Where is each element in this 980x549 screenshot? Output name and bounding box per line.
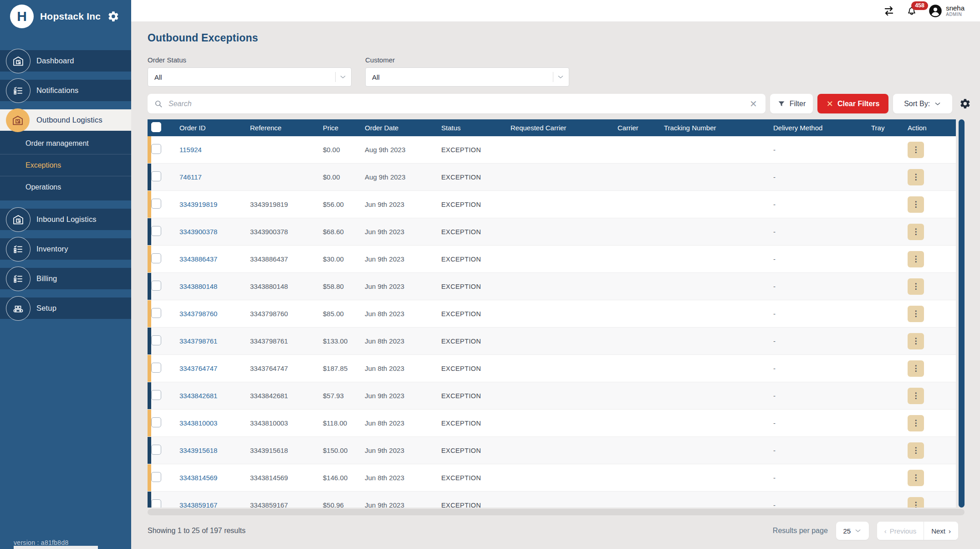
status-cell: EXCEPTION xyxy=(441,228,510,236)
row-status-bar xyxy=(148,218,151,245)
pagination-footer: Showing 1 to 25 of 197 results Results p… xyxy=(148,522,971,540)
order-id-link[interactable]: 3343764747 xyxy=(179,364,250,372)
chevron-right-icon: › xyxy=(949,527,951,535)
sidebar-scroll-handle[interactable] xyxy=(14,546,98,549)
select-divider xyxy=(335,72,336,82)
row-checkbox[interactable] xyxy=(151,308,161,318)
delivery-method-cell: - xyxy=(773,392,871,400)
row-actions-button[interactable]: ⋮ xyxy=(908,360,924,377)
row-checkbox[interactable] xyxy=(151,171,161,181)
row-actions-button[interactable]: ⋮ xyxy=(908,224,924,240)
row-actions-button[interactable]: ⋮ xyxy=(908,278,924,295)
row-status-bar xyxy=(148,246,151,272)
submenu-item-operations[interactable]: Operations xyxy=(0,176,131,198)
row-checkbox[interactable] xyxy=(151,281,161,291)
sidebar-item-setup[interactable]: Setup xyxy=(0,298,131,319)
price-cell: $146.00 xyxy=(323,474,365,482)
row-actions-button[interactable]: ⋮ xyxy=(908,388,924,404)
order-id-link[interactable]: 3343919819 xyxy=(179,200,250,208)
order-id-link[interactable]: 3343886437 xyxy=(179,255,250,263)
order-id-link[interactable]: 3343859167 xyxy=(179,501,250,508)
content: Outbound Exceptions Order Status All Cus… xyxy=(131,22,980,549)
row-checkbox[interactable] xyxy=(151,335,161,345)
filter-button[interactable]: Filter xyxy=(770,94,813,113)
results-per-page-label: Results per page xyxy=(773,527,828,535)
order-date-cell: Aug 9th 2023 xyxy=(365,173,441,181)
sidebar-item-billing[interactable]: Billing xyxy=(0,268,131,289)
table-settings-gear-icon[interactable] xyxy=(960,98,971,109)
order-date-cell: Jun 8th 2023 xyxy=(365,364,441,372)
transfer-arrows-icon[interactable] xyxy=(883,5,895,17)
user-name: sneha xyxy=(946,4,965,12)
reference-cell: 3343798760 xyxy=(250,310,323,318)
order-id-link[interactable]: 3343915618 xyxy=(179,446,250,454)
clear-filters-button[interactable]: ✕ Clear Filters xyxy=(817,94,888,113)
page-size-select[interactable]: 25 xyxy=(836,522,869,540)
search-clear-button[interactable]: ✕ xyxy=(745,97,762,111)
select-all-checkbox[interactable] xyxy=(151,122,161,132)
row-checkbox[interactable] xyxy=(151,226,161,236)
col-reference: Reference xyxy=(250,124,323,132)
row-checkbox[interactable] xyxy=(151,144,161,154)
order-id-link[interactable]: 115924 xyxy=(179,146,250,154)
row-actions-button[interactable]: ⋮ xyxy=(908,142,924,158)
row-checkbox[interactable] xyxy=(151,253,161,263)
brand-name: Hopstack Inc xyxy=(40,11,107,22)
order-status-select[interactable]: All xyxy=(148,67,352,87)
row-checkbox[interactable] xyxy=(151,199,161,209)
row-status-bar xyxy=(148,437,151,464)
row-actions-button[interactable]: ⋮ xyxy=(908,196,924,213)
order-date-cell: Jun 8th 2023 xyxy=(365,310,441,318)
sidebar-item-label: Setup xyxy=(36,304,56,313)
row-checkbox[interactable] xyxy=(151,390,161,400)
row-actions-button[interactable]: ⋮ xyxy=(908,470,924,486)
next-page-button[interactable]: Next › xyxy=(924,522,958,540)
delivery-method-cell: - xyxy=(773,228,871,236)
order-id-link[interactable]: 3343798761 xyxy=(179,337,250,345)
order-id-link[interactable]: 3343900378 xyxy=(179,228,250,236)
search-box: ✕ xyxy=(148,94,766,113)
reference-cell: 3343880148 xyxy=(250,282,323,290)
kebab-dots-icon: ⋮ xyxy=(912,501,920,508)
notifications-bell-button[interactable]: 458 xyxy=(906,5,918,17)
sidebar-item-outbound-logistics[interactable]: Outbound Logistics xyxy=(0,109,131,131)
order-id-link[interactable]: 746117 xyxy=(179,173,250,181)
sidebar-item-inbound-logistics[interactable]: Inbound Logistics xyxy=(0,209,131,230)
sidebar-item-notifications[interactable]: Notifications xyxy=(0,80,131,101)
row-status-bar xyxy=(148,136,151,163)
row-checkbox[interactable] xyxy=(151,499,161,508)
row-checkbox[interactable] xyxy=(151,363,161,373)
row-actions-button[interactable]: ⋮ xyxy=(908,442,924,459)
submenu-item-order-management[interactable]: Order management xyxy=(0,133,131,154)
previous-page-button[interactable]: ‹ Previous xyxy=(877,522,924,540)
row-actions-button[interactable]: ⋮ xyxy=(908,169,924,185)
sidebar-item-inventory[interactable]: Inventory xyxy=(0,238,131,260)
submenu-item-exceptions[interactable]: Exceptions xyxy=(0,154,131,176)
search-input[interactable] xyxy=(168,99,745,108)
sidebar-item-label: Inventory xyxy=(36,245,68,253)
order-id-link[interactable]: 3343842681 xyxy=(179,392,250,400)
user-menu[interactable]: sneha ADMIN xyxy=(929,4,965,18)
row-actions-button[interactable]: ⋮ xyxy=(908,306,924,322)
row-actions-button[interactable]: ⋮ xyxy=(908,497,924,508)
row-status-bar xyxy=(148,273,151,300)
row-actions-button[interactable]: ⋮ xyxy=(908,333,924,349)
row-actions-button[interactable]: ⋮ xyxy=(908,251,924,267)
sidebar-item-dashboard[interactable]: Dashboard xyxy=(0,50,131,72)
sort-by-button[interactable]: Sort By: xyxy=(893,94,952,113)
warehouse-icon xyxy=(6,108,30,132)
order-id-link[interactable]: 3343810003 xyxy=(179,419,250,427)
row-checkbox[interactable] xyxy=(151,445,161,455)
order-id-link[interactable]: 3343798760 xyxy=(179,310,250,318)
order-id-link[interactable]: 3343880148 xyxy=(179,282,250,290)
customer-select[interactable]: All xyxy=(365,67,569,87)
row-checkbox[interactable] xyxy=(151,417,161,427)
order-id-link[interactable]: 3343814569 xyxy=(179,474,250,482)
select-divider xyxy=(553,72,553,82)
row-checkbox[interactable] xyxy=(151,472,161,482)
sidebar-settings-gear-icon[interactable] xyxy=(107,10,119,22)
table-horizontal-scrollbar[interactable] xyxy=(148,509,965,515)
vertical-scrollbar-thumb[interactable] xyxy=(959,119,965,508)
table-vertical-scrollbar xyxy=(959,119,965,508)
row-actions-button[interactable]: ⋮ xyxy=(908,415,924,431)
